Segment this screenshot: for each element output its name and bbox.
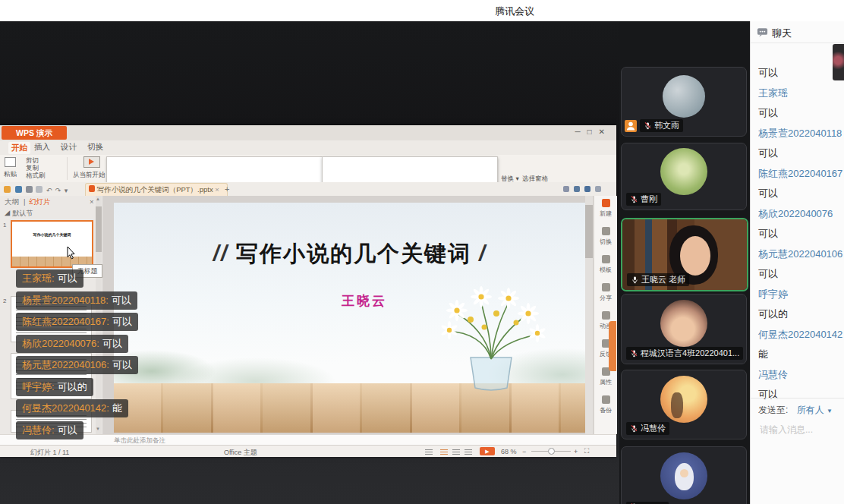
participant-name-chip: 冯慧伶 bbox=[626, 422, 669, 435]
collab-icon-2[interactable] bbox=[574, 186, 580, 192]
video-tile[interactable]: 韩文雨 bbox=[621, 67, 747, 137]
zoom-out-icon[interactable]: − bbox=[522, 448, 526, 455]
sidebar-item-switch[interactable]: 切换 bbox=[594, 224, 617, 252]
side-panel-pull-tab[interactable] bbox=[609, 321, 616, 371]
paste-button[interactable]: 粘贴 bbox=[4, 156, 17, 179]
meeting-window-title: 腾讯会议 bbox=[495, 5, 534, 18]
mic-muted-icon bbox=[630, 349, 638, 358]
wps-ribbon: 粘贴 剪切 复制 格式刷 从当前开始 ▾ 新建幻灯片 ▾ 版式 ▾ 重置 节 ▾… bbox=[0, 155, 616, 183]
video-tile[interactable]: 冯慧伶 bbox=[621, 370, 747, 439]
theme-name[interactable]: Office 主题 bbox=[224, 448, 257, 458]
maximize-icon[interactable]: □ bbox=[587, 128, 599, 136]
scroll-up-icon[interactable]: ▲ bbox=[96, 197, 100, 201]
redo-icon[interactable]: ↷ bbox=[55, 187, 61, 194]
video-tile[interactable] bbox=[621, 446, 747, 504]
wps-titlebar: WPS 演示 ─□✕ bbox=[0, 125, 616, 140]
replace-button[interactable]: 替换 ▾ bbox=[501, 175, 519, 182]
video-tile[interactable]: 程城汉语言4班20220401... bbox=[621, 294, 747, 364]
wps-side-toolbar: 新建 切换 模板 分享 动画 反馈 属性 备份 bbox=[594, 196, 617, 434]
chat-message-text: 能 bbox=[751, 345, 844, 365]
new-icon bbox=[602, 199, 610, 207]
format-painter-button[interactable]: 格式刷 bbox=[26, 172, 46, 179]
normal-view-icon[interactable] bbox=[440, 449, 448, 455]
slides-tab[interactable]: 幻灯片 bbox=[29, 197, 51, 207]
fullscreen-icon[interactable]: ⛶ bbox=[584, 447, 589, 455]
slide-canvas[interactable]: // 写作小说的几个关键词 / 王晓云 bbox=[102, 196, 594, 434]
tab-transition[interactable]: 切换 bbox=[87, 142, 103, 153]
overlay-message: 何昱杰2022040142:能 bbox=[16, 399, 128, 417]
chat-message-text: 可以 bbox=[751, 143, 844, 164]
send-to-selector[interactable]: 所有人 ▼ bbox=[797, 405, 833, 415]
undo-icon[interactable]: ↶ bbox=[46, 187, 52, 194]
chat-message-text: 可以 bbox=[751, 63, 844, 83]
section-header[interactable]: ◢ 默认节 bbox=[4, 209, 33, 219]
avatar bbox=[660, 148, 707, 195]
tab-insert[interactable]: 插入 bbox=[34, 142, 50, 153]
collab-icon-4[interactable] bbox=[595, 186, 601, 192]
quickbar-dropdown-icon[interactable]: ▾ bbox=[65, 187, 68, 194]
tab-home[interactable]: 开始 bbox=[8, 142, 30, 154]
copy-button[interactable]: 复制 bbox=[26, 164, 46, 172]
collab-icon-3[interactable] bbox=[584, 186, 590, 192]
scroll-down-icon[interactable]: ▼ bbox=[96, 427, 100, 431]
chat-message-text: 可以的 bbox=[751, 304, 844, 325]
notes-toggle-icon[interactable] bbox=[425, 449, 433, 455]
wps-app-button[interactable]: WPS 演示 bbox=[2, 126, 67, 140]
document-tab[interactable]: 写作小说的几个关键词（PPT）.pptx × bbox=[85, 183, 228, 197]
selection-pane-button[interactable]: 选择窗格 bbox=[522, 175, 548, 182]
slideshow-play-button[interactable]: ▶ bbox=[480, 447, 495, 455]
minimize-icon[interactable]: ─ bbox=[575, 128, 587, 136]
floating-video-thumbnail[interactable] bbox=[833, 44, 844, 80]
chat-sender-name: 陈红燕2022040167 bbox=[751, 164, 844, 184]
sidebar-item-backup[interactable]: 备份 bbox=[594, 392, 617, 421]
preview-icon[interactable] bbox=[36, 186, 43, 193]
participant-name-chip: 曹刚 bbox=[626, 193, 661, 206]
panel-close-icon[interactable]: × bbox=[90, 197, 94, 206]
backup-icon bbox=[602, 395, 610, 404]
overlay-message: 陈红燕2022040167:可以 bbox=[16, 313, 138, 331]
wps-window-controls[interactable]: ─□✕ bbox=[575, 128, 612, 136]
caret-down-icon: ▼ bbox=[827, 408, 833, 414]
zoom-in-icon[interactable]: + bbox=[574, 448, 578, 455]
outline-tab[interactable]: 大纲 bbox=[5, 197, 19, 207]
avatar bbox=[663, 75, 705, 118]
video-tile[interactable]: 曹刚 bbox=[621, 143, 747, 210]
paste-icon bbox=[5, 157, 16, 167]
slide-sorter-view-icon[interactable] bbox=[452, 449, 460, 455]
collab-icon-1[interactable] bbox=[563, 186, 569, 192]
open-folder-icon[interactable] bbox=[4, 186, 11, 193]
chat-message-text: 可以 bbox=[751, 103, 844, 124]
wps-ribbon-tabs: 开始 插入 设计 切换 bbox=[0, 140, 616, 156]
cut-button[interactable]: 剪切 bbox=[26, 156, 46, 164]
print-icon[interactable] bbox=[26, 186, 33, 193]
overlay-message: 杨景萱2022040118:可以 bbox=[16, 291, 137, 310]
send-to-label: 发送至: bbox=[758, 405, 788, 415]
sidebar-item-new[interactable]: 新建 bbox=[594, 196, 617, 224]
overlay-message: 杨元慧2022040106:可以 bbox=[16, 356, 138, 374]
notes-area[interactable]: 单击此处添加备注 bbox=[0, 434, 616, 445]
slide2-number: 2 bbox=[3, 298, 6, 304]
tab-design[interactable]: 设计 bbox=[61, 142, 77, 153]
canvas-scrollbar-thumb[interactable] bbox=[585, 205, 593, 258]
overlay-message: 呼宇婷:可以的 bbox=[16, 378, 93, 396]
send-to-row: 发送至: 所有人 ▼ bbox=[758, 404, 833, 417]
thumbnail-scrollbar-thumb[interactable] bbox=[96, 206, 102, 252]
doc-tab-close-icon[interactable]: × bbox=[215, 185, 219, 194]
slide-thumbnail-1[interactable]: 写作小说的几个关键词 bbox=[11, 220, 93, 268]
slide[interactable]: // 写作小说的几个关键词 / 王晓云 bbox=[114, 203, 586, 433]
new-document-tab-icon[interactable]: + bbox=[225, 184, 229, 194]
video-tile-active-speaker[interactable]: 王晓云 老师 bbox=[621, 218, 748, 291]
sidebar-item-share[interactable]: 分享 bbox=[594, 280, 617, 308]
overlay-message: 王家瑶:可以 bbox=[16, 269, 83, 288]
save-icon[interactable] bbox=[15, 186, 22, 193]
chat-message-list[interactable]: 可以 王家瑶 可以 杨景萱2022040118 可以 陈红燕2022040167… bbox=[751, 43, 844, 405]
avatar bbox=[660, 376, 707, 423]
zoom-slider-knob[interactable] bbox=[548, 448, 555, 455]
close-icon[interactable]: ✕ bbox=[599, 128, 612, 136]
chat-message-text: 可以 bbox=[751, 264, 844, 285]
animation-icon bbox=[602, 311, 610, 320]
reading-view-icon[interactable] bbox=[465, 449, 472, 455]
play-from-current-button[interactable]: 从当前开始 ▾ bbox=[73, 156, 110, 180]
sidebar-item-template[interactable]: 模板 bbox=[594, 252, 617, 280]
chat-message-input[interactable] bbox=[758, 424, 842, 436]
